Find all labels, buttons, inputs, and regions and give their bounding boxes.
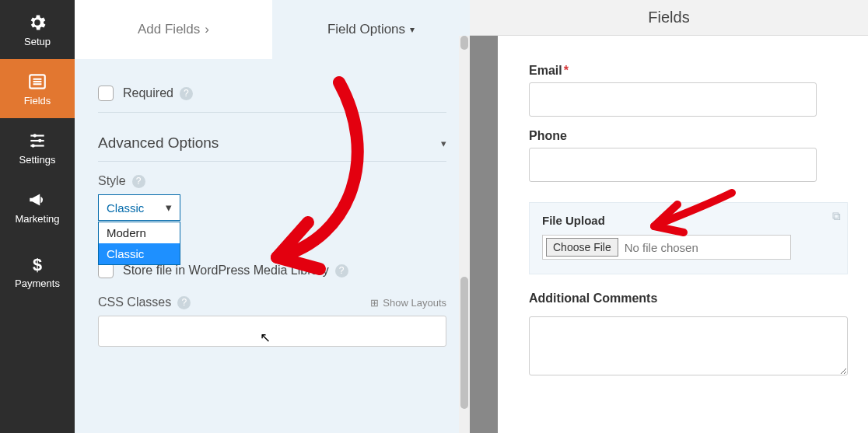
css-classes-input[interactable]: [98, 316, 446, 347]
required-checkbox[interactable]: [98, 86, 114, 101]
show-layouts-label: Show Layouts: [383, 297, 446, 309]
comments-label: Additional Comments: [529, 292, 849, 306]
comments-textarea[interactable]: [529, 316, 848, 375]
sidebar-label: Payments: [15, 278, 60, 289]
chevron-right-icon: ›: [205, 22, 209, 37]
sidebar-item-marketing[interactable]: Marketing: [0, 177, 75, 236]
file-upload-field[interactable]: ⧉ File Upload Choose File No file chosen: [529, 202, 848, 274]
sidebar-item-settings[interactable]: Settings: [0, 118, 75, 177]
style-select[interactable]: Classic ▾ Modern Classic: [98, 194, 180, 221]
style-option-modern[interactable]: Modern: [99, 222, 180, 243]
help-icon[interactable]: ?: [132, 175, 145, 188]
tab-field-options[interactable]: Field Options ▾: [272, 0, 470, 59]
style-dropdown: Modern Classic: [98, 222, 180, 265]
sidebar-item-fields[interactable]: Fields: [0, 59, 75, 118]
tab-add-fields[interactable]: Add Fields ›: [75, 0, 272, 59]
list-icon: [27, 72, 47, 92]
scroll-up-btn[interactable]: [460, 36, 468, 50]
sidebar-label: Setup: [24, 36, 51, 47]
css-classes-label: CSS Classes: [98, 295, 171, 309]
field-options-panel: Add Fields › Field Options ▾ Required ? …: [75, 0, 470, 433]
style-option-classic[interactable]: Classic: [99, 243, 180, 264]
preview-header: Fields: [470, 0, 868, 36]
preview-title: Fields: [648, 9, 689, 26]
scroll-thumb[interactable]: [460, 277, 468, 409]
duplicate-icon[interactable]: ⧉: [832, 209, 841, 223]
scrollbar[interactable]: [459, 36, 470, 433]
store-file-label: Store file in WordPress Media Library: [123, 264, 329, 278]
style-label: Style: [98, 174, 126, 188]
file-status: No file chosen: [621, 241, 698, 254]
style-value: Classic: [107, 201, 144, 215]
sidebar-label: Fields: [24, 95, 51, 107]
sliders-icon: [27, 131, 47, 151]
svg-text:$: $: [33, 254, 42, 274]
gear-icon: [27, 12, 47, 33]
divider-strip: [470, 36, 498, 433]
cursor-icon: ↖: [260, 330, 271, 346]
show-layouts-link[interactable]: ⊞ Show Layouts: [370, 297, 446, 309]
help-icon[interactable]: ?: [180, 87, 193, 100]
sidebar-item-payments[interactable]: $ Payments: [0, 236, 75, 306]
required-asterisk: *: [564, 64, 569, 77]
file-upload-label: File Upload: [542, 214, 835, 227]
advanced-options-toggle[interactable]: Advanced Options ▾: [98, 113, 446, 162]
email-label: Email*: [529, 64, 849, 78]
svg-point-7: [38, 138, 41, 141]
bullhorn-icon: [27, 190, 47, 210]
help-icon[interactable]: ?: [335, 264, 348, 278]
sidebar-label: Marketing: [15, 213, 59, 225]
choose-file-button[interactable]: Choose File: [546, 238, 618, 257]
phone-input[interactable]: [529, 148, 817, 182]
style-label-row: Style ?: [98, 162, 446, 188]
sidebar-item-setup[interactable]: Setup: [0, 0, 75, 59]
phone-label: Phone: [529, 129, 849, 143]
sidebar-label: Settings: [19, 154, 56, 166]
grid-icon: ⊞: [370, 297, 379, 309]
tab-label: Field Options: [327, 22, 405, 37]
email-input[interactable]: [529, 82, 817, 117]
store-file-checkbox[interactable]: [98, 263, 114, 278]
chevron-down-icon: ▾: [441, 138, 446, 149]
chevron-down-icon: ▾: [410, 24, 415, 35]
section-label: Advanced Options: [98, 134, 219, 152]
file-input[interactable]: Choose File No file chosen: [542, 235, 791, 260]
required-label: Required: [123, 86, 173, 100]
required-row: Required ?: [98, 75, 446, 113]
svg-point-9: [31, 144, 34, 147]
app-sidebar: Setup Fields Settings Marketing $ Paymen…: [0, 0, 75, 433]
svg-point-5: [33, 134, 37, 137]
tab-label: Add Fields: [138, 22, 200, 37]
chevron-down-icon: ▾: [166, 201, 172, 215]
panel-tabs: Add Fields › Field Options ▾: [75, 0, 470, 59]
help-icon[interactable]: ?: [177, 296, 191, 309]
dollar-icon: $: [27, 254, 47, 274]
form-preview: Email* Phone ⧉ File Upload Choose File N…: [498, 36, 868, 433]
